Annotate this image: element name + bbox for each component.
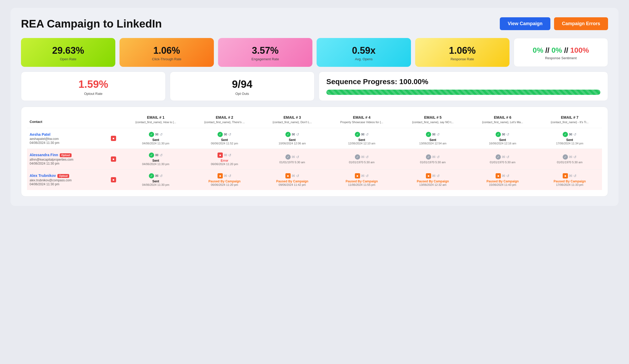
- envelope-icon: ✉: [502, 173, 505, 178]
- stats-row-1: 29.63% Open Rate 1.06% Click-Through Rat…: [21, 38, 608, 67]
- ctr-label: Click-Through Rate: [152, 57, 181, 61]
- optout-badge: Optout: [57, 174, 69, 178]
- view-campaign-button[interactable]: View Campaign: [500, 17, 550, 30]
- email-cell-3: ✓ ✉ ↺ Sent 10/06/2024 12:06 am: [259, 128, 326, 149]
- th-email5-num: EMAIL # 5: [400, 115, 465, 119]
- stop-icon[interactable]: ■: [111, 136, 116, 141]
- status-icons: ■ ✉ ↺: [400, 173, 465, 178]
- campaign-errors-button[interactable]: Campaign Errors: [554, 17, 608, 30]
- sentiment-part-2: 0%: [551, 46, 562, 54]
- open-rate-label: Open Rate: [60, 57, 77, 61]
- refresh-icon: ↺: [366, 132, 369, 137]
- avg-opens-label: Avg. Opens: [355, 57, 373, 61]
- th-email1-sub: {contact_first_name}, How is {...: [124, 121, 188, 124]
- th-email2: EMAIL # 2 {contact_first_name}, There's …: [190, 113, 259, 128]
- envelope-icon: ✉: [432, 173, 436, 178]
- refresh-icon: ↺: [573, 155, 577, 159]
- contact-name-link[interactable]: Alex Trubnikov: [30, 173, 56, 178]
- progress-bar-background: [326, 90, 600, 95]
- envelope-icon: ✉: [224, 132, 227, 137]
- th-email2-sub: {contact_first_name}, There's ...: [193, 121, 256, 124]
- status-date: 06/06/2024 11:52 pm: [193, 142, 256, 145]
- contact-cell: Aesha Patelaeshapatel@kw.com04/06/2024 1…: [27, 128, 106, 149]
- status-text: Paused By Campaign: [262, 180, 323, 183]
- sentiment-part-1: 0%: [533, 46, 543, 54]
- check-gray-icon: ✓: [285, 154, 291, 160]
- refresh-icon: ↺: [160, 153, 163, 157]
- sentiment-part-3: 100%: [570, 46, 589, 54]
- status-date: 01/01/1970 5:30 am: [262, 161, 323, 164]
- stop-icon[interactable]: ■: [111, 177, 116, 182]
- status-date: 06/06/2024 11:20 pm: [193, 183, 256, 186]
- refresh-icon: ↺: [506, 132, 509, 137]
- status-icons: ■ ✉ ↺: [470, 173, 535, 178]
- envelope-icon: ✉: [569, 155, 572, 159]
- table-row: Alex TrubnikovOptoutalex.trubnikov@compa…: [27, 170, 602, 190]
- th-email2-num: EMAIL # 2: [193, 115, 256, 119]
- email-cell-1: ✓ ✉ ↺ Sent 04/06/2024 11:30 pm: [121, 170, 190, 190]
- status-date: 04/06/2024 11:30 pm: [124, 183, 188, 186]
- stat-response-sentiment: 0% // 0% // 100% Response Sentiment: [514, 38, 608, 67]
- th-email4: EMAIL # 4 Property Showcase Videos for {…: [326, 113, 398, 128]
- contact-name-link[interactable]: Alessandra Finn: [30, 153, 58, 157]
- email-cell-4: ✓ ✉ ↺ Sent 12/06/2024 12:10 am: [326, 128, 398, 149]
- email-cell-5: ✓ ✉ ↺ Sent 13/06/2024 12:54 am: [398, 128, 468, 149]
- status-icons: ✓ ✉ ↺: [328, 154, 395, 160]
- th-email3-num: EMAIL # 3: [262, 115, 323, 119]
- email-cell-2: ■ ✉ ↺ Paused By Campaign 06/06/2024 11:2…: [190, 170, 259, 190]
- refresh-icon: ↺: [437, 155, 440, 159]
- opt-outs-value: 9/94: [232, 78, 252, 90]
- table-row: Alessandra FinnOptoutafinn@kwcapitalprop…: [27, 149, 602, 170]
- status-icons: ✓ ✉ ↺: [400, 154, 465, 160]
- refresh-icon: ↺: [296, 132, 299, 137]
- status-icons: ■ ✉ ↺: [193, 153, 256, 158]
- status-date: 17/06/2024 11:33 pm: [540, 183, 599, 186]
- envelope-icon: ✉: [432, 132, 436, 137]
- status-icons: ■ ✉ ↺: [262, 173, 323, 178]
- email-cell-6: ✓ ✉ ↺ 01/01/1970 5:30 am: [468, 149, 537, 170]
- status-icons: ✓ ✉ ↺: [193, 132, 256, 137]
- contact-cell: Alessandra FinnOptoutafinn@kwcapitalprop…: [27, 149, 106, 170]
- stop-icon[interactable]: ■: [111, 156, 116, 162]
- stat-opt-outs: 9/94 Opt Outs: [170, 72, 314, 101]
- envelope-icon: ✉: [361, 173, 365, 178]
- email-cell-1: ✓ ✉ ↺ Sent 04/06/2024 11:30 pm: [121, 149, 190, 170]
- refresh-icon: ↺: [160, 132, 163, 137]
- th-email4-num: EMAIL # 4: [328, 115, 395, 119]
- status-date: 12/06/2024 12:10 am: [328, 142, 395, 145]
- status-icons: ■ ✉ ↺: [193, 173, 256, 178]
- check-green-icon: ✓: [563, 132, 568, 137]
- stop-cell: ■: [106, 149, 121, 170]
- envelope-icon: ✉: [155, 153, 159, 157]
- stat-ctr: 1.06% Click-Through Rate: [120, 38, 214, 67]
- refresh-icon: ↺: [160, 174, 163, 178]
- status-icons: ✓ ✉ ↺: [262, 132, 323, 137]
- status-icons: ✓ ✉ ↺: [262, 154, 323, 160]
- table-row: Aesha Patelaeshapatel@kw.com04/06/2024 1…: [27, 128, 602, 149]
- status-text: Sent: [124, 138, 188, 142]
- th-email1: EMAIL # 1 {contact_first_name}, How is {…: [121, 113, 190, 128]
- envelope-icon: ✉: [432, 155, 436, 159]
- status-text: Sent: [400, 138, 465, 142]
- email-cell-5: ✓ ✉ ↺ 01/01/1970 5:30 am: [398, 149, 468, 170]
- check-gray-icon: ✓: [426, 154, 431, 160]
- contact-name-link[interactable]: Aesha Patel: [30, 132, 50, 137]
- response-rate-value: 1.06%: [449, 45, 476, 56]
- envelope-icon: ✉: [361, 155, 365, 159]
- campaign-table-container: Contact EMAIL # 1 {contact_first_name}, …: [21, 107, 608, 197]
- email-cell-4: ■ ✉ ↺ Paused By Campaign 11/06/2024 11:5…: [326, 170, 398, 190]
- contact-date: 04/06/2024 11:30 pm: [30, 162, 103, 165]
- status-date: 01/01/1970 5:30 am: [328, 161, 395, 164]
- status-icons: ✓ ✉ ↺: [540, 132, 599, 137]
- refresh-icon: ↺: [296, 155, 299, 159]
- header-buttons: View Campaign Campaign Errors: [500, 17, 608, 30]
- response-sentiment-value: 0% // 0% // 100%: [533, 46, 589, 55]
- envelope-icon: ✉: [292, 155, 295, 159]
- table-header-row: Contact EMAIL # 1 {contact_first_name}, …: [27, 113, 602, 128]
- envelope-icon: ✉: [155, 173, 159, 178]
- optout-rate-label: Optout Rate: [84, 92, 102, 96]
- status-text: Paused By Campaign: [540, 180, 599, 183]
- status-text: Paused By Campaign: [470, 180, 535, 183]
- status-icons: ✓ ✉ ↺: [124, 132, 188, 137]
- stop-orange-icon: ■: [355, 173, 360, 178]
